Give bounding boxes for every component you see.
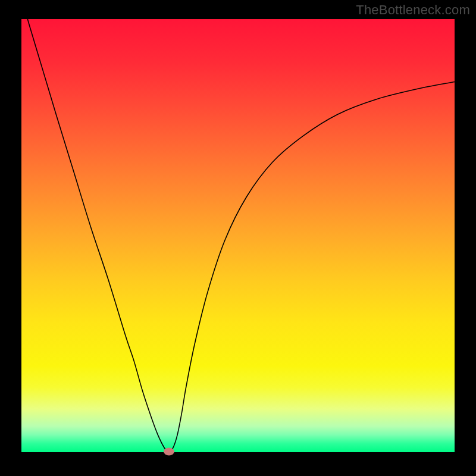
optimal-point-marker bbox=[164, 448, 174, 456]
watermark-text: TheBottleneck.com bbox=[356, 2, 470, 18]
curve-svg bbox=[21, 19, 455, 452]
bottleneck-curve-path bbox=[21, 19, 455, 452]
plot-area bbox=[21, 19, 455, 452]
chart-container: TheBottleneck.com bbox=[0, 0, 476, 476]
